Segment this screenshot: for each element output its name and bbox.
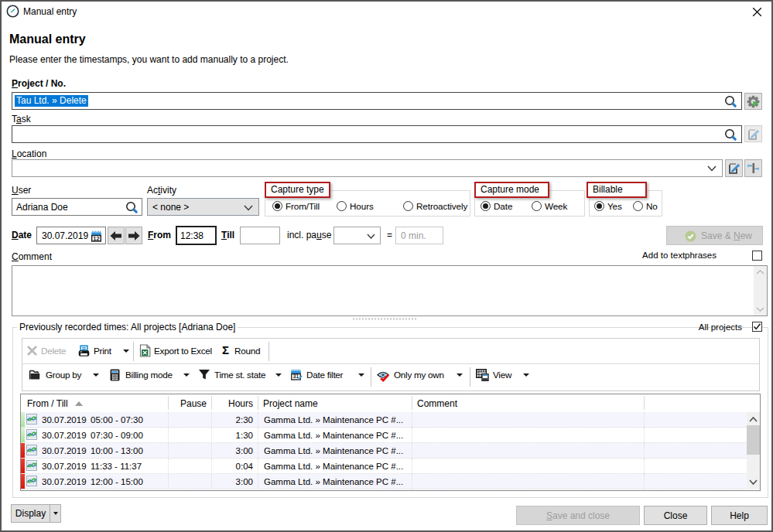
svg-text:12: 12 xyxy=(93,235,99,242)
svg-text:31: 31 xyxy=(293,373,299,379)
